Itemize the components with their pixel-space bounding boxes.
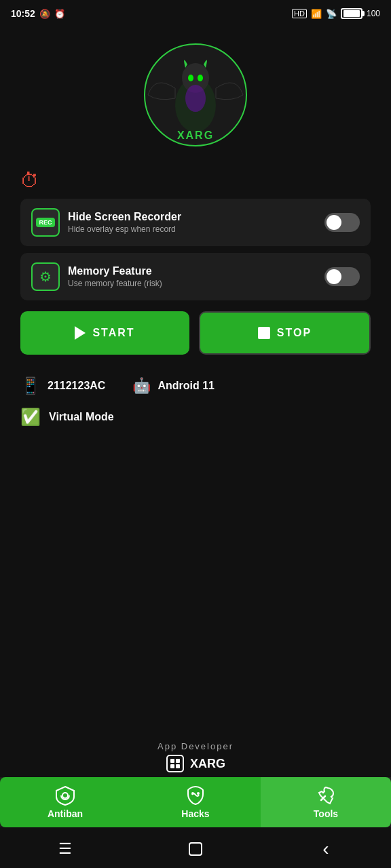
start-label: START <box>92 327 134 339</box>
svg-point-3 <box>188 75 193 81</box>
svg-rect-8 <box>170 759 174 763</box>
rec-badge: REC <box>36 218 54 227</box>
phone-icon: 📱 <box>20 376 41 395</box>
svg-rect-7 <box>167 755 183 772</box>
back-icon: ‹ <box>322 838 329 860</box>
memory-feature-subtitle: Use memory feature (risk) <box>68 279 162 288</box>
hide-screen-recorder-card: REC Hide Screen Recorder Hide overlay es… <box>20 199 371 246</box>
toggle-knob-memory <box>327 269 341 284</box>
bottom-nav: Antiban Hacks Tools <box>0 777 391 827</box>
hd-icon: HD <box>292 9 307 18</box>
memory-icon-container: ⚙ <box>31 262 60 291</box>
device-id-item: 📱 2112123AC <box>20 376 105 395</box>
svg-point-13 <box>191 792 194 795</box>
alarm-icon: ⏰ <box>54 9 65 19</box>
battery-percent: 100 <box>367 9 380 18</box>
wifi-icon: 📡 <box>326 9 337 19</box>
svg-rect-10 <box>170 764 174 768</box>
svg-point-5 <box>185 85 206 112</box>
stop-button[interactable]: STOP <box>199 311 371 355</box>
main-content: ⏱ REC Hide Screen Recorder Hide overlay … <box>0 156 391 440</box>
memory-feature-card: ⚙ Memory Feature Use memory feature (ris… <box>20 253 371 300</box>
hide-screen-recorder-title: Hide Screen Recorder <box>68 211 181 223</box>
timer-row: ⏱ <box>20 163 371 199</box>
signal-icon: 📶 <box>311 9 322 19</box>
dev-text: App Developer <box>157 741 234 751</box>
device-id: 2112123AC <box>48 380 105 392</box>
logo-area: XARG <box>0 27 391 156</box>
nav-hacks[interactable]: Hacks <box>130 777 261 827</box>
buttons-row: START STOP <box>20 311 371 355</box>
svg-text:XARG: XARG <box>177 130 214 141</box>
dev-footer: App Developer XARG <box>0 734 391 780</box>
svg-point-12 <box>62 793 68 798</box>
nav-antiban[interactable]: Antiban <box>0 777 130 827</box>
stop-label: STOP <box>277 327 312 339</box>
dev-brand: XARG <box>166 754 225 773</box>
svg-rect-9 <box>176 759 180 763</box>
hide-screen-recorder-toggle[interactable] <box>324 213 360 232</box>
svg-point-4 <box>198 75 203 81</box>
home-square-icon <box>188 842 203 856</box>
android-icon: 🤖 <box>132 377 151 395</box>
memory-icon: ⚙ <box>39 269 52 285</box>
start-button[interactable]: START <box>20 311 189 355</box>
android-navbar: ☰ ‹ <box>0 830 391 868</box>
virtual-mode-row: ✅ Virtual Mode <box>20 401 371 433</box>
battery-icon <box>341 8 362 19</box>
memory-feature-title: Memory Feature <box>68 265 162 277</box>
android-version: Android 11 <box>157 380 215 392</box>
timer-icon: ⏱ <box>20 170 39 192</box>
mute-icon: 🔕 <box>39 9 50 19</box>
android-menu-button[interactable]: ☰ <box>52 835 79 863</box>
virtual-mode-label: Virtual Mode <box>49 411 114 423</box>
shield-check-icon: ✅ <box>20 408 41 427</box>
svg-rect-16 <box>189 843 202 855</box>
tools-label: Tools <box>314 808 338 819</box>
memory-feature-toggle[interactable] <box>324 267 360 286</box>
play-icon <box>75 326 86 340</box>
info-row: 📱 2112123AC 🤖 Android 11 <box>20 366 371 401</box>
hacks-label: Hacks <box>181 808 209 819</box>
status-time: 10:52 <box>11 8 35 19</box>
android-version-item: 🤖 Android 11 <box>132 377 215 395</box>
status-right: HD 📶 📡 100 <box>292 8 380 19</box>
feature-text: Hide Screen Recorder Hide overlay esp wh… <box>68 211 181 234</box>
hide-screen-recorder-subtitle: Hide overlay esp when record <box>68 224 181 234</box>
stop-icon <box>258 327 270 339</box>
feature-left: REC Hide Screen Recorder Hide overlay es… <box>31 208 181 237</box>
status-left: 10:52 🔕 ⏰ <box>11 8 65 19</box>
tools-icon <box>316 785 336 806</box>
rec-icon-container: REC <box>31 208 60 237</box>
hacks-icon <box>185 785 206 806</box>
app-logo: XARG <box>141 41 250 149</box>
antiban-label: Antiban <box>48 808 83 819</box>
brand-icon <box>166 754 185 773</box>
android-home-button[interactable] <box>182 835 209 863</box>
battery-fill <box>343 10 360 17</box>
android-back-button[interactable]: ‹ <box>312 835 339 863</box>
brand-name: XARG <box>190 757 225 771</box>
antiban-icon <box>55 785 75 806</box>
svg-point-14 <box>197 792 200 795</box>
svg-rect-11 <box>176 764 180 768</box>
feature-text-memory: Memory Feature Use memory feature (risk) <box>68 265 162 288</box>
menu-icon: ☰ <box>58 840 72 858</box>
toggle-knob <box>327 215 341 230</box>
status-bar: 10:52 🔕 ⏰ HD 📶 📡 100 <box>0 0 391 27</box>
feature-left-memory: ⚙ Memory Feature Use memory feature (ris… <box>31 262 162 291</box>
nav-tools[interactable]: Tools <box>261 777 391 827</box>
